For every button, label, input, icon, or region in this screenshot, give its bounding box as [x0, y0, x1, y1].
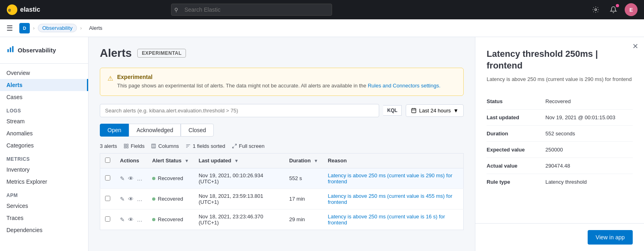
row3-last-updated: Nov 18, 2021, 23:23:46.370 (UTC+1) — [194, 209, 284, 230]
detail-body: Latency threshold 250ms | frontend Laten… — [475, 37, 644, 198]
kql-badge[interactable]: KQL — [383, 105, 402, 116]
svg-point-2 — [595, 9, 597, 11]
elastic-logo-icon: e — [6, 4, 18, 15]
sidebar-item-alerts[interactable]: Alerts — [0, 79, 88, 91]
fullscreen-icon — [232, 143, 237, 149]
sidebar-header: Observability — [0, 44, 88, 60]
row1-edit-icon[interactable]: ✎ — [120, 175, 125, 182]
view-in-app-button[interactable]: View in app — [588, 230, 633, 245]
row2-edit-icon[interactable]: ✎ — [120, 196, 125, 202]
svg-rect-3 — [8, 49, 9, 52]
banner-link[interactable]: Rules and Connectors settings. — [368, 83, 441, 89]
fields-btn[interactable]: Fields — [124, 143, 145, 149]
row3-reason-link[interactable]: Latency is above 250 ms (current value i… — [328, 214, 445, 226]
detail-row-actual: Actual value 290474.48 — [487, 158, 633, 174]
row2-checkbox[interactable] — [105, 196, 110, 201]
detail-row-expected: Expected value 250000 — [487, 142, 633, 158]
svg-rect-10 — [124, 144, 126, 145]
main-layout: Observability Overview Alerts Cases Logs… — [0, 37, 644, 251]
alerts-count: 3 alerts — [100, 143, 117, 149]
elastic-logo[interactable]: e elastic — [6, 4, 40, 15]
detail-value-actual: 290474.48 — [545, 163, 570, 169]
breadcrumb-home[interactable]: D — [19, 23, 30, 33]
row3-edit-icon[interactable]: ✎ — [120, 216, 125, 223]
svg-rect-6 — [412, 108, 416, 113]
row3-more-icon[interactable]: … — [137, 216, 142, 223]
alerts-table: Actions Alert Status ▼ Last updated ▼ Du… — [100, 153, 464, 230]
user-avatar[interactable]: E — [625, 3, 638, 16]
alert-banner: ⚠ Experimental This page shows an experi… — [100, 68, 464, 96]
sidebar-item-anomalies[interactable]: Anomalies — [0, 127, 88, 139]
row2-view-icon[interactable]: 👁 — [128, 196, 134, 202]
fields-icon — [124, 143, 129, 149]
fullscreen-btn[interactable]: Full screen — [232, 143, 265, 149]
sidebar-item-overview[interactable]: Overview — [0, 67, 88, 79]
search-input[interactable] — [171, 4, 332, 16]
search-filter-row: KQL Last 24 hours ▼ — [100, 104, 464, 117]
sidebar-item-stream[interactable]: Stream — [0, 115, 88, 127]
sidebar: Observability Overview Alerts Cases Logs… — [0, 37, 89, 251]
sidebar-item-categories[interactable]: Categories — [0, 139, 88, 151]
breadcrumb-observability[interactable]: Observability — [38, 24, 77, 32]
table-row: ✎ 👁 … Recovered Nov 19, 2021, 00:10:26.9… — [100, 168, 464, 189]
breadcrumb-chevron-2: › — [80, 25, 82, 31]
tab-closed[interactable]: Closed — [181, 124, 214, 137]
row1-checkbox[interactable] — [105, 175, 110, 180]
row3-view-icon[interactable]: 👁 — [128, 216, 134, 223]
detail-close-btn[interactable]: ✕ — [632, 42, 638, 51]
row2-more-icon[interactable]: … — [137, 196, 142, 202]
page-title: Alerts — [100, 47, 132, 60]
svg-rect-13 — [126, 146, 128, 148]
calendar-icon — [411, 108, 417, 113]
row3-checkbox[interactable] — [105, 216, 110, 222]
detail-row-last-updated: Last updated Nov 19, 2021 @ 00:01:15.003 — [487, 110, 633, 126]
row3-status-dot — [152, 218, 155, 221]
row2-reason-link[interactable]: Latency is above 250 ms (current value i… — [328, 193, 452, 205]
svg-rect-5 — [12, 46, 13, 52]
row2-status-dot — [152, 197, 155, 201]
tab-acknowledged[interactable]: Acknowledged — [129, 124, 181, 137]
columns-btn[interactable]: Columns — [151, 143, 179, 149]
row2-last-updated: Nov 18, 2021, 23:59:13.801 (UTC+1) — [194, 189, 284, 209]
sidebar-section-apm: APM — [0, 188, 88, 200]
col-header-duration[interactable]: Duration ▼ — [285, 153, 323, 168]
row3-actions: ✎ 👁 … — [115, 209, 147, 230]
date-filter-btn[interactable]: Last 24 hours ▼ — [406, 104, 464, 117]
search-alerts-input[interactable] — [100, 104, 379, 117]
sidebar-item-services[interactable]: Services — [0, 200, 88, 212]
row2-status-text: Recovered — [158, 196, 183, 202]
notifications-icon-btn[interactable] — [607, 3, 620, 16]
status-sort-icon: ▼ — [185, 158, 189, 163]
svg-text:e: e — [8, 7, 11, 13]
row2-reason: Latency is above 250 ms (current value i… — [323, 189, 463, 209]
row1-more-icon[interactable]: … — [137, 175, 142, 182]
detail-label-duration: Duration — [487, 131, 539, 137]
sidebar-section-logs: Logs — [0, 103, 88, 115]
sidebar-item-metrics-explorer[interactable]: Metrics Explorer — [0, 176, 88, 188]
hamburger-menu[interactable]: ☰ — [6, 24, 13, 33]
row1-actions: ✎ 👁 … — [115, 168, 147, 189]
sidebar-item-dependencies[interactable]: Dependencies — [0, 224, 88, 236]
row3-checkbox-cell — [100, 209, 116, 230]
sidebar-section-metrics: Metrics — [0, 151, 88, 164]
col-header-last-updated[interactable]: Last updated ▼ — [194, 153, 284, 168]
detail-row-duration: Duration 552 seconds — [487, 126, 633, 142]
row2-status: Recovered — [147, 189, 194, 209]
settings-icon-btn[interactable] — [589, 3, 602, 16]
row1-status-text: Recovered — [158, 175, 183, 181]
row3-status: Recovered — [147, 209, 194, 230]
sidebar-item-inventory[interactable]: Inventory — [0, 164, 88, 176]
search-bar[interactable]: ⚲ — [171, 4, 332, 16]
detail-title: Latency threshold 250ms | frontend — [487, 48, 633, 71]
sidebar-item-cases[interactable]: Cases — [0, 91, 88, 103]
detail-row-rule-type: Rule type Latency threshold — [487, 174, 633, 190]
select-all-checkbox[interactable] — [105, 158, 110, 163]
col-header-status[interactable]: Alert Status ▼ — [147, 153, 194, 168]
detail-label-status: Status — [487, 98, 539, 104]
row1-reason-link[interactable]: Latency is above 250 ms (current value i… — [328, 172, 452, 185]
tab-open[interactable]: Open — [100, 124, 129, 137]
sorted-btn[interactable]: 1 fields sorted — [186, 143, 225, 149]
row1-view-icon[interactable]: 👁 — [128, 175, 134, 182]
detail-description: Latency is above 250 ms (current value i… — [487, 75, 633, 84]
sidebar-item-traces[interactable]: Traces — [0, 212, 88, 224]
